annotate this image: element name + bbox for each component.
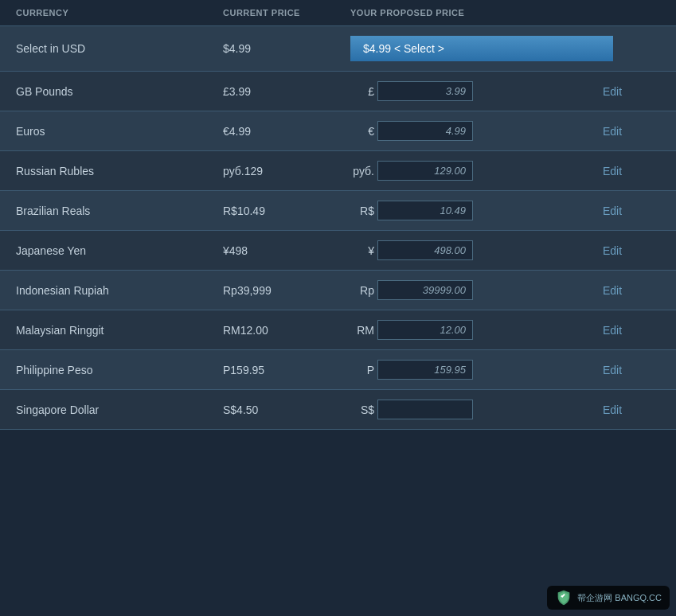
currency-name-rub: Russian Rubles	[16, 165, 223, 177]
php-price-input[interactable]	[377, 360, 473, 380]
table-row: Japanese Yen ¥498 ¥ Edit	[0, 231, 676, 271]
table-row: GB Pounds £3.99 £ Edit	[0, 72, 676, 111]
current-price-header: CURRENT PRICE	[223, 8, 350, 18]
proposed-price-header: YOUR PROPOSED PRICE	[350, 8, 660, 18]
watermark: 帮企游网 BANGQ.CC	[547, 586, 670, 610]
currency-symbol-eur: €	[350, 125, 374, 138]
currency-symbol-rub: руб.	[350, 165, 374, 177]
current-price-eur: €4.99	[223, 125, 350, 138]
currency-name-gbp: GB Pounds	[16, 85, 223, 98]
table-row: Brazilian Reals R$10.49 R$ Edit	[0, 191, 676, 231]
current-price-myr: RM12.00	[223, 324, 350, 337]
usd-select-button[interactable]: $4.99 < Select >	[350, 36, 613, 61]
edit-gbp-link[interactable]: Edit	[596, 85, 660, 98]
proposed-price-usd-cell: $4.99 < Select >	[350, 36, 660, 61]
current-price-sgd: S$4.50	[223, 404, 350, 416]
edit-idr-link[interactable]: Edit	[596, 284, 660, 297]
proposed-price-gbp-cell: £	[350, 81, 596, 101]
idr-price-input[interactable]	[377, 280, 473, 300]
edit-sgd-link[interactable]: Edit	[596, 404, 660, 416]
currency-name-jpy: Japanese Yen	[16, 244, 223, 257]
currency-symbol-myr: RM	[350, 324, 374, 337]
currency-symbol-gbp: £	[350, 85, 374, 98]
current-price-php: P159.95	[223, 364, 350, 376]
pricing-table: CURRENCY CURRENT PRICE YOUR PROPOSED PRI…	[0, 0, 676, 430]
current-price-brl: R$10.49	[223, 205, 350, 217]
eur-price-input[interactable]	[377, 121, 473, 141]
table-row: Select in USD $4.99 $4.99 < Select >	[0, 26, 676, 72]
current-price-usd: $4.99	[223, 42, 350, 55]
edit-rub-link[interactable]: Edit	[596, 165, 660, 177]
sgd-price-input[interactable]	[377, 400, 473, 419]
current-price-rub: руб.129	[223, 165, 350, 177]
currency-symbol-php: P	[350, 364, 374, 376]
myr-price-input[interactable]	[377, 320, 473, 340]
table-row: Euros €4.99 € Edit	[0, 111, 676, 151]
currency-symbol-brl: R$	[350, 205, 374, 217]
proposed-price-jpy-cell: ¥	[350, 240, 596, 260]
table-row: Malaysian Ringgit RM12.00 RM Edit	[0, 310, 676, 350]
currency-name-brl: Brazilian Reals	[16, 205, 223, 217]
gbp-price-input[interactable]	[377, 81, 473, 101]
currency-symbol-idr: Rp	[350, 284, 374, 297]
currency-name-usd: Select in USD	[16, 42, 223, 55]
proposed-price-idr-cell: Rp	[350, 280, 596, 300]
currency-name-php: Philippine Peso	[16, 364, 223, 376]
currency-name-idr: Indonesian Rupiah	[16, 284, 223, 297]
currency-name-eur: Euros	[16, 125, 223, 138]
currency-symbol-sgd: S$	[350, 404, 374, 416]
proposed-price-myr-cell: RM	[350, 320, 596, 340]
edit-brl-link[interactable]: Edit	[596, 205, 660, 217]
edit-php-link[interactable]: Edit	[596, 364, 660, 376]
currency-symbol-jpy: ¥	[350, 244, 374, 257]
currency-header: CURRENCY	[16, 8, 223, 18]
current-price-jpy: ¥498	[223, 244, 350, 257]
current-price-gbp: £3.99	[223, 85, 350, 98]
edit-myr-link[interactable]: Edit	[596, 324, 660, 337]
edit-jpy-link[interactable]: Edit	[596, 244, 660, 257]
current-price-idr: Rp39,999	[223, 284, 350, 297]
brl-price-input[interactable]	[377, 201, 473, 220]
table-row: Singapore Dollar S$4.50 S$ Edit	[0, 390, 676, 430]
proposed-price-eur-cell: €	[350, 121, 596, 141]
table-row: Russian Rubles руб.129 руб. Edit	[0, 151, 676, 191]
rub-price-input[interactable]	[377, 161, 473, 181]
proposed-price-rub-cell: руб.	[350, 161, 596, 181]
shield-icon	[555, 589, 572, 606]
table-header: CURRENCY CURRENT PRICE YOUR PROPOSED PRI…	[0, 0, 676, 26]
proposed-price-sgd-cell: S$	[350, 400, 596, 419]
edit-eur-link[interactable]: Edit	[596, 125, 660, 138]
table-row: Indonesian Rupiah Rp39,999 Rp Edit	[0, 271, 676, 310]
jpy-price-input[interactable]	[377, 240, 473, 260]
proposed-price-brl-cell: R$	[350, 201, 596, 220]
currency-name-sgd: Singapore Dollar	[16, 404, 223, 416]
currency-name-myr: Malaysian Ringgit	[16, 324, 223, 337]
proposed-price-php-cell: P	[350, 360, 596, 380]
watermark-text: 帮企游网 BANGQ.CC	[577, 592, 662, 604]
table-row: Philippine Peso P159.95 P Edit	[0, 350, 676, 390]
